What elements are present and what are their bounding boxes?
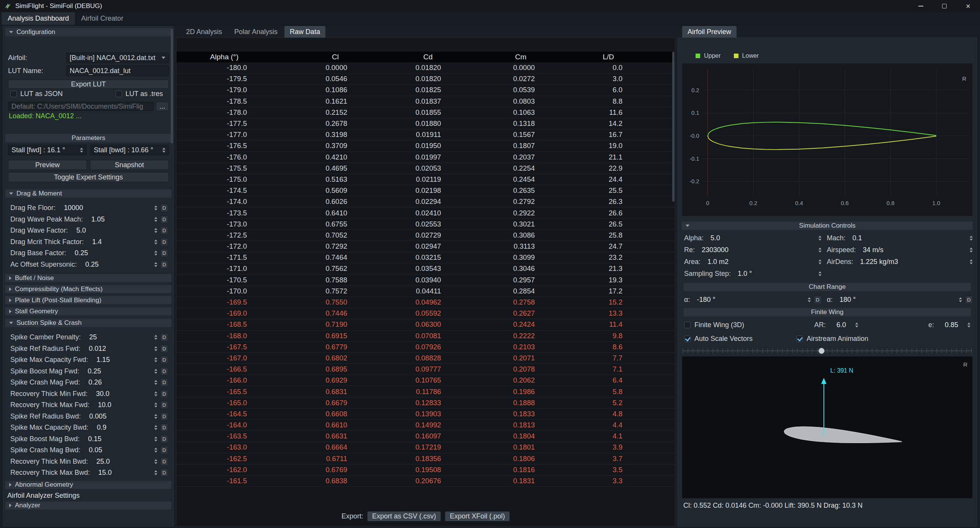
spin-down-icon[interactable] [154,254,157,256]
preview-button[interactable]: Preview [8,160,87,170]
stall-bwd-spinbox[interactable]: Stall [bwd] : 10.66 ° [90,145,169,155]
spinner-control[interactable] [818,259,822,264]
spin-down-icon[interactable] [970,251,973,253]
spinner-control[interactable] [818,248,822,253]
spin-down-icon[interactable] [154,440,157,442]
spin-down-icon[interactable] [154,394,157,396]
spin-up-icon[interactable] [970,259,973,261]
table-row[interactable]: -174.00.60260.022940.279226.3 [176,196,675,207]
column-header-cl[interactable]: Cl [249,53,350,61]
table-row[interactable]: -166.00.69290.107650.20626.4 [176,375,675,386]
param-row-spike-ref-radius-bwd[interactable]: Spike Ref Radius Bwd:0.005D [3,411,173,422]
tab-2d-analysis[interactable]: 2D Analysis [181,26,227,37]
spin-up-icon[interactable] [154,425,157,427]
spin-up-icon[interactable] [154,369,157,371]
section-header-plate-lift-post-stall-blending[interactable]: Plate Lift (Post-Stall Blending) [5,296,172,304]
maximize-button[interactable] [933,0,956,12]
table-row[interactable]: -163.50.66310.160970.18044.1 [176,431,675,442]
default-reset-button[interactable]: D [160,424,168,432]
section-header-stall-geometry[interactable]: Stall Geometry [5,307,172,315]
drag-moment-section-header[interactable]: Drag & Moment [5,189,172,198]
spin-down-icon[interactable] [818,239,822,241]
param-value[interactable]: 25.0 [96,458,110,466]
spin-up-icon[interactable] [154,251,157,253]
spin-down-icon[interactable] [154,220,157,222]
spinner-control[interactable] [154,437,157,442]
spinner-control[interactable] [818,271,822,276]
configuration-section-header[interactable]: Configuration [5,28,172,36]
table-row[interactable]: -178.50.16210.018370.08038.8 [176,96,675,107]
default-reset-button[interactable]: D [160,227,168,235]
column-header-cm[interactable]: Cm [443,53,537,61]
table-row[interactable]: -172.00.72920.029470.311324.7 [176,241,675,252]
param-row-drag-re-floor[interactable]: Drag Re Floor:10000D [3,202,173,214]
param-value[interactable]: 0.05 [89,446,102,454]
table-row[interactable]: -174.50.56090.021980.263525.5 [176,185,675,196]
spinner-control[interactable] [154,335,157,340]
default-reset-button[interactable]: D [160,261,168,269]
param-value[interactable]: 0.25 [75,249,88,257]
table-row[interactable]: -169.50.75500.049620.275815.2 [176,297,675,308]
spin-up-icon[interactable] [959,297,962,299]
spin-down-icon[interactable] [154,265,157,267]
spinner-control[interactable] [154,228,157,233]
table-row[interactable]: -173.50.64100.024100.292226.6 [176,207,675,218]
param-value[interactable]: 25 [89,333,97,341]
spin-up-icon[interactable] [970,248,973,249]
spin-up-icon[interactable] [154,414,157,416]
spin-up-icon[interactable] [855,323,858,324]
spin-up-icon[interactable] [154,228,157,230]
snapshot-button[interactable]: Snapshot [90,160,169,170]
table-row[interactable]: -162.00.67690.195080.18163.5 [176,464,675,476]
spinner-control[interactable] [154,403,157,407]
spinner-control[interactable] [818,236,822,241]
spinner-control[interactable] [154,470,157,475]
table-row[interactable]: -169.00.74460.055920.262713.3 [176,308,675,319]
export-csv-button[interactable]: Export as CSV (.csv) [367,511,441,521]
spin-up-icon[interactable] [154,437,157,438]
default-reset-button[interactable]: D [160,367,168,375]
spinner-control[interactable] [154,459,157,464]
section-header-buffet-noise[interactable]: Buffet / Noise [5,274,172,282]
column-header-alpha[interactable]: Alpha (°) [176,53,249,61]
alpha-max-spinbox[interactable]: α: 180 ° D [822,296,973,304]
spinner-control[interactable] [154,425,157,430]
param-row-spike-crash-mag-bwd[interactable]: Spike Crash Mag Bwd:0.05D [3,445,173,456]
spin-down-icon[interactable] [154,349,157,351]
sim-field-alpha[interactable]: Alpha:5.0 [682,234,822,242]
table-row[interactable]: -179.00.10860.018250.05396.0 [176,85,675,96]
chart-reset-label[interactable]: R [962,75,966,82]
table-row[interactable]: -176.00.42100.019970.203721.1 [176,152,675,163]
spin-down-icon[interactable] [154,473,157,475]
spinner-control[interactable] [154,251,157,256]
spin-down-icon[interactable] [154,451,157,453]
default-reset-button[interactable]: D [814,296,822,304]
table-row[interactable]: -164.50.66080.139030.18334.8 [176,409,675,420]
spinner-control[interactable] [154,357,157,362]
table-row[interactable]: -163.00.66640.172190.18013.9 [176,442,675,453]
param-row-spike-max-capacity-fwd[interactable]: Spike Max Capacity Fwd:1.15D [3,354,173,366]
param-value[interactable]: 0.005 [89,412,106,420]
spin-down-icon[interactable] [154,417,157,419]
table-row[interactable]: -179.50.05460.018200.02723.0 [176,73,675,85]
param-row-recovery-thick-max-bwd[interactable]: Recovery Thick Max Bwd:15.0D [3,467,173,479]
spin-down-icon[interactable] [154,462,157,464]
parameters-section-header[interactable]: Parameters [5,134,172,142]
spinner-control[interactable] [154,262,157,267]
spin-down-icon[interactable] [818,274,822,276]
default-reset-button[interactable]: D [160,378,168,386]
spin-down-icon[interactable] [818,251,822,253]
default-reset-button[interactable]: D [160,446,168,454]
table-row[interactable]: -170.50.75880.039400.295719.3 [176,275,675,286]
export-xfoil-button[interactable]: Export XFoil (.pol) [445,511,510,521]
param-row-recovery-thick-min-bwd[interactable]: Recovery Thick Min Bwd:25.0D [3,456,173,468]
default-path-field[interactable]: Default: C:/Users/SIMI/Documents/SimiFli… [8,102,154,111]
param-row-spike-camber-penalty[interactable]: Spike Camber Penalty:25D [3,332,173,343]
tab-polar-analysis[interactable]: Polar Analysis [229,26,283,37]
default-reset-button[interactable]: D [160,204,168,212]
param-row-spike-max-capacity-bwd[interactable]: Spike Max Capacity Bwd:0.9D [3,422,173,433]
param-value[interactable]: 0.012 [89,345,106,353]
spin-down-icon[interactable] [808,300,811,302]
spin-up-icon[interactable] [154,346,157,348]
spin-up-icon[interactable] [818,271,822,273]
